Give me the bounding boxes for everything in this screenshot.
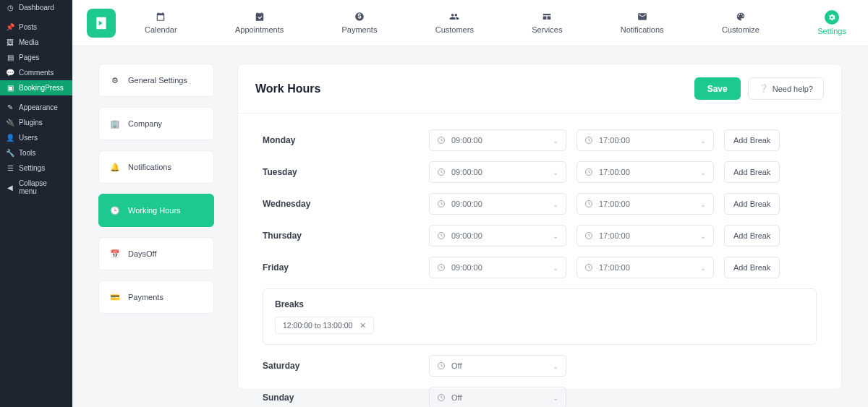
dashboard-icon: ◷ [6, 4, 14, 12]
top-navigation: Calendar Appointments Payments Customers… [72, 0, 868, 46]
top-tabs: Calendar Appointments Payments Customers… [145, 6, 854, 40]
payments-icon [353, 10, 366, 23]
start-time-select[interactable]: 09:00:00⌄ [429, 225, 566, 247]
end-time-select[interactable]: 17:00:00⌄ [576, 129, 714, 151]
tab-services[interactable]: Services [532, 6, 562, 40]
day-row: Wednesday 09:00:00⌄ 17:00:00⌄ Add Break [263, 193, 817, 215]
wp-nav-users[interactable]: 👤Users [0, 130, 72, 145]
chevron-down-icon: ⌄ [553, 200, 558, 208]
bookingpress-logo [87, 9, 116, 38]
break-chip: 12:00:00 to 13:00:00 ✕ [275, 317, 374, 334]
tab-payments[interactable]: Payments [342, 6, 378, 40]
wp-nav-media[interactable]: 🖼Media [0, 35, 72, 50]
chevron-down-icon: ⌄ [553, 168, 558, 176]
start-time-select[interactable]: 09:00:00⌄ [429, 129, 566, 151]
wp-nav-pages[interactable]: ▤Pages [0, 50, 72, 65]
chevron-down-icon: ⌄ [553, 264, 558, 272]
tools-icon: 🔧 [6, 149, 14, 157]
tab-notifications[interactable]: Notifications [621, 6, 664, 40]
day-row: Sunday Off⌄ [263, 387, 817, 407]
settings-item-company[interactable]: 🏢Company [98, 107, 214, 140]
end-time-select[interactable]: 17:00:00⌄ [576, 257, 714, 278]
day-label: Wednesday [263, 199, 429, 209]
clock-icon: 🕒 [109, 205, 121, 216]
start-time-select[interactable]: 09:00:00⌄ [429, 161, 566, 183]
wp-nav-dashboard[interactable]: ◷Dashboard [0, 0, 72, 15]
start-time-select[interactable]: Off⌄ [429, 355, 566, 377]
users-icon: 👤 [6, 134, 14, 142]
calendar-icon [154, 10, 167, 23]
settings-item-general[interactable]: ⚙General Settings [98, 64, 214, 97]
collapse-icon: ◀ [6, 184, 14, 192]
wp-nav-settings[interactable]: ☰Settings [0, 160, 72, 176]
add-break-button[interactable]: Add Break [724, 193, 780, 215]
wp-nav-plugins[interactable]: 🔌Plugins [0, 115, 72, 130]
chevron-down-icon: ⌄ [700, 200, 706, 208]
gear-icon: ⚙ [109, 74, 121, 86]
wp-nav-posts[interactable]: 📌Posts [0, 20, 72, 35]
settings-item-daysoff[interactable]: 📅DaysOff [98, 237, 214, 270]
content: ⚙General Settings 🏢Company 🔔Notification… [72, 46, 868, 407]
close-icon[interactable]: ✕ [359, 321, 366, 330]
tab-customers[interactable]: Customers [435, 6, 474, 40]
start-time-select[interactable]: 09:00:00⌄ [429, 193, 566, 215]
main-area: Calendar Appointments Payments Customers… [72, 0, 868, 407]
page-icon: ▤ [6, 53, 14, 61]
need-help-button[interactable]: ❔Need help? [748, 77, 824, 100]
settings-item-payments[interactable]: 💳Payments [98, 280, 214, 314]
settings-sidebar: ⚙General Settings 🏢Company 🔔Notification… [98, 64, 214, 390]
wp-nav-comments[interactable]: 💬Comments [0, 65, 72, 80]
card-icon: 💳 [109, 291, 121, 303]
add-break-button[interactable]: Add Break [724, 257, 780, 278]
add-break-button[interactable]: Add Break [724, 225, 780, 247]
work-hours-panel: Work Hours Save ❔Need help? Monday 09:00… [237, 64, 842, 390]
tab-settings[interactable]: Settings [817, 6, 846, 40]
day-row: Thursday 09:00:00⌄ 17:00:00⌄ Add Break [263, 225, 817, 247]
bell-icon: 🔔 [109, 161, 121, 173]
day-row: Saturday Off⌄ [263, 355, 817, 377]
add-break-button[interactable]: Add Break [724, 129, 780, 151]
end-time-select[interactable]: 17:00:00⌄ [576, 225, 714, 247]
building-icon: 🏢 [109, 118, 121, 129]
day-label: Thursday [263, 231, 429, 241]
notifications-icon [636, 10, 649, 23]
day-label: Tuesday [263, 167, 429, 177]
comment-icon: 💬 [6, 69, 14, 77]
day-row: Tuesday 09:00:00⌄ 17:00:00⌄ Add Break [263, 161, 817, 183]
gear-icon [825, 10, 839, 25]
add-break-button[interactable]: Add Break [724, 161, 780, 183]
end-time-select[interactable]: 17:00:00⌄ [576, 161, 714, 183]
tab-calendar[interactable]: Calendar [145, 6, 177, 40]
wp-nav-collapse[interactable]: ◀Collapse menu [0, 176, 72, 199]
save-button[interactable]: Save [694, 77, 741, 100]
media-icon: 🖼 [6, 38, 14, 46]
pin-icon: 📌 [6, 23, 14, 31]
end-time-select[interactable]: 17:00:00⌄ [576, 193, 714, 215]
chevron-down-icon: ⌄ [700, 137, 706, 145]
customers-icon [448, 10, 461, 23]
panel-header: Work Hours Save ❔Need help? [238, 64, 841, 113]
wp-nav-tools[interactable]: 🔧Tools [0, 145, 72, 160]
settings-item-working-hours[interactable]: 🕒Working Hours [98, 194, 214, 227]
wp-nav-bookingpress[interactable]: ▣BookingPress [0, 80, 72, 95]
chevron-down-icon: ⌄ [700, 264, 706, 272]
settings-item-notifications[interactable]: 🔔Notifications [98, 150, 214, 184]
appointments-icon [253, 10, 266, 23]
start-time-select[interactable]: 09:00:00⌄ [429, 257, 566, 278]
tab-appointments[interactable]: Appointments [235, 6, 284, 40]
day-row: Friday 09:00:00⌄ 17:00:00⌄ Add Break [263, 257, 817, 278]
settings-icon: ☰ [6, 164, 14, 172]
help-icon: ❔ [759, 84, 769, 93]
bookingpress-icon: ▣ [6, 84, 14, 92]
panel-title: Work Hours [255, 82, 320, 95]
wp-admin-sidebar: ◷Dashboard 📌Posts 🖼Media ▤Pages 💬Comment… [0, 0, 72, 407]
start-time-select[interactable]: Off⌄ [429, 387, 566, 407]
day-label: Monday [263, 135, 429, 145]
calendar-icon: 📅 [109, 248, 121, 260]
day-label: Friday [263, 262, 429, 273]
wp-nav-appearance[interactable]: ✎Appearance [0, 100, 72, 115]
tab-customize[interactable]: Customize [722, 6, 760, 40]
breaks-title: Breaks [275, 299, 804, 309]
day-label: Sunday [263, 393, 429, 403]
day-row: Monday 09:00:00⌄ 17:00:00⌄ Add Break [263, 129, 817, 151]
